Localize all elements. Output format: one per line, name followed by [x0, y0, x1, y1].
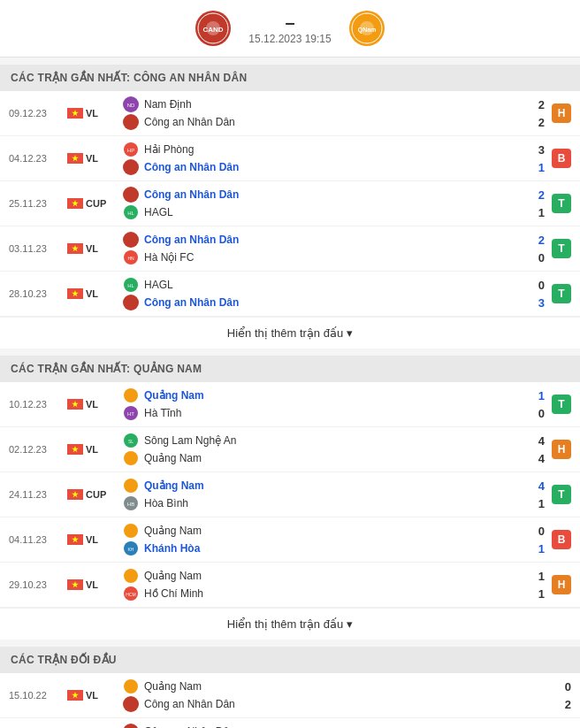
competition-badge: CUP — [67, 489, 116, 500]
svg-text:HP: HP — [127, 148, 134, 153]
svg-point-38 — [124, 724, 138, 728]
svg-text:SL: SL — [128, 439, 134, 444]
team-name: Quảng Nam — [144, 389, 522, 402]
result-badge: T — [552, 194, 571, 213]
competition-badge: VL — [67, 690, 116, 701]
team-score: 3 — [527, 143, 545, 157]
match-header: CAND – 15.12.2023 19:15 QNam — [0, 0, 580, 57]
teams-scores: ND Nam Định 2 Công an Nhân Dân 2 — [123, 96, 545, 130]
table-row: 10.12.23 VL Quảng Nam 1 HT Hà Tĩnh 0 T — [0, 382, 580, 427]
svg-text:HB: HB — [127, 502, 134, 507]
flag-icon — [67, 399, 83, 410]
teams-scores: Công an Nhân Dân 2 Quảng Nam 0 — [123, 724, 571, 728]
team-row: Công an Nhân Dân 3 — [123, 295, 545, 310]
team-row: HN Hà Nội FC 0 — [123, 249, 545, 265]
chevron-down-icon: ▾ — [347, 326, 353, 340]
team-icon — [123, 232, 139, 248]
team-score: 0 — [527, 525, 545, 538]
flag-icon — [67, 489, 83, 500]
team-icon — [123, 696, 139, 712]
competition-badge: VL — [67, 579, 116, 590]
team-row: HL HAGL 0 — [123, 277, 545, 293]
team-row: Quảng Nam 0 — [123, 523, 545, 539]
team-name: Công an Nhân Dân — [144, 234, 522, 246]
team-name: HAGL — [144, 279, 522, 291]
svg-text:KH: KH — [128, 547, 134, 552]
teams-scores: Quảng Nam 0 Công an Nhân Dân 2 — [123, 678, 571, 712]
svg-point-30 — [124, 524, 138, 538]
team-row: Quảng Nam 4 — [123, 450, 545, 466]
section-head2head: CÁC TRẬN ĐỐI ĐẦU 15.10.22 VL Quảng Nam 0… — [0, 647, 580, 728]
svg-text:HT: HT — [127, 411, 134, 417]
svg-point-20 — [124, 295, 138, 310]
table-row: 28.10.23 VL HL HAGL 0 Công an Nhân Dân 3… — [0, 272, 580, 317]
team-row: Công an Nhân Dân 2 — [123, 114, 545, 130]
table-row: 25.11.23 CUP Công an Nhân Dân 2 HL HAGL … — [0, 181, 580, 226]
comp-label: CUP — [86, 198, 106, 209]
flag-icon — [67, 243, 83, 254]
team-icon: HT — [123, 405, 139, 421]
team-row: HT Hà Tĩnh 0 — [123, 405, 545, 421]
svg-point-15 — [124, 233, 138, 247]
team-icon: SL — [123, 433, 139, 448]
team-icon — [123, 295, 139, 310]
comp-label: VL — [86, 579, 98, 590]
svg-text:ND: ND — [127, 103, 135, 108]
svg-point-37 — [124, 697, 138, 711]
match-date: 03.11.23 — [9, 243, 60, 254]
team-icon — [123, 568, 139, 584]
section-cand-recent: CÁC TRẬN GẦN NHẤT: CÔNG AN NHÂN DÂN 09.1… — [0, 65, 580, 349]
match-date: 04.11.23 — [9, 534, 60, 545]
team-row: HCM Hồ Chí Minh 1 — [123, 586, 545, 602]
teams-scores: Công an Nhân Dân 2 HN Hà Nội FC 0 — [123, 232, 545, 265]
match-score-area: – 15.12.2023 19:15 — [248, 12, 331, 45]
competition-badge: VL — [67, 534, 116, 545]
team-name: Hải Phòng — [144, 143, 522, 156]
team-icon: HCM — [123, 586, 139, 602]
show-more-button[interactable]: Hiển thị thêm trận đấu ▾ — [0, 317, 580, 349]
team-row: Công an Nhân Dân 2 — [123, 696, 571, 712]
team-row: ND Nam Định 2 — [123, 96, 545, 112]
team-name: Quảng Nam — [144, 680, 548, 693]
flag-icon — [67, 444, 83, 455]
team-name: Nam Định — [144, 98, 522, 111]
team-icon — [123, 478, 139, 494]
team-name: Công an Nhân Dân — [144, 116, 522, 128]
team-name: Hòa Bình — [144, 497, 522, 510]
result-badge: T — [552, 284, 571, 303]
team-icon: HL — [123, 204, 139, 220]
team-icon: HN — [123, 249, 139, 265]
comp-label: VL — [86, 444, 98, 455]
team-row: Công an Nhân Dân 1 — [123, 159, 545, 175]
team2-logo: QNam — [349, 11, 385, 46]
team-score: 1 — [527, 542, 545, 556]
svg-text:HL: HL — [127, 211, 134, 216]
team-row: SL Sông Lam Nghệ An 4 — [123, 433, 545, 448]
show-more-button-2[interactable]: Hiển thị thêm trận đấu ▾ — [0, 608, 580, 640]
team-icon — [123, 678, 139, 694]
competition-badge: VL — [67, 288, 116, 299]
team-name: Công an Nhân Dân — [144, 296, 522, 309]
team-row: HL HAGL 1 — [123, 204, 545, 220]
result-badge: T — [552, 395, 571, 414]
table-row: 02.12.23 VL SL Sông Lam Nghệ An 4 Quảng … — [0, 427, 580, 472]
result-badge: T — [552, 485, 571, 504]
section2-title: CÁC TRẬN GẦN NHẤT: QUẢNG NAM — [0, 356, 580, 382]
team-name: Hà Tĩnh — [144, 407, 522, 419]
teams-scores: Quảng Nam 1 HCM Hồ Chí Minh 1 — [123, 568, 545, 602]
teams-scores: Quảng Nam 1 HT Hà Tĩnh 0 — [123, 387, 545, 421]
svg-point-12 — [124, 188, 138, 202]
team-score: 1 — [527, 497, 545, 510]
svg-text:HL: HL — [127, 283, 134, 288]
flag-icon — [67, 690, 83, 701]
teams-scores: SL Sông Lam Nghệ An 4 Quảng Nam 4 — [123, 433, 545, 466]
team-icon — [123, 724, 139, 728]
team-name: Hồ Chí Minh — [144, 587, 522, 600]
team-score: 1 — [527, 389, 545, 402]
result-badge: B — [552, 530, 571, 549]
flag-icon — [67, 108, 83, 119]
team-score: 2 — [553, 698, 571, 711]
team-icon — [123, 387, 139, 403]
teams-scores: Quảng Nam 4 HB Hòa Bình 1 — [123, 478, 545, 511]
svg-point-36 — [124, 679, 138, 694]
